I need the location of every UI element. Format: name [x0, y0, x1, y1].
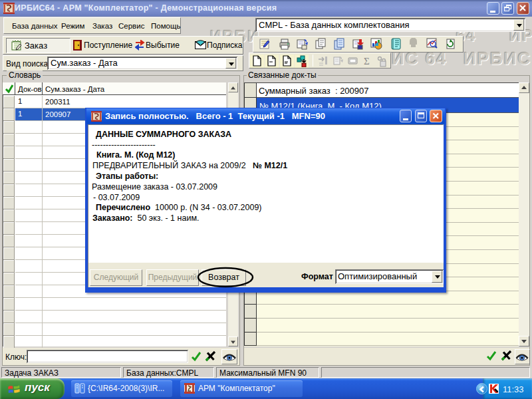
svg-text:Σ: Σ	[364, 56, 370, 66]
